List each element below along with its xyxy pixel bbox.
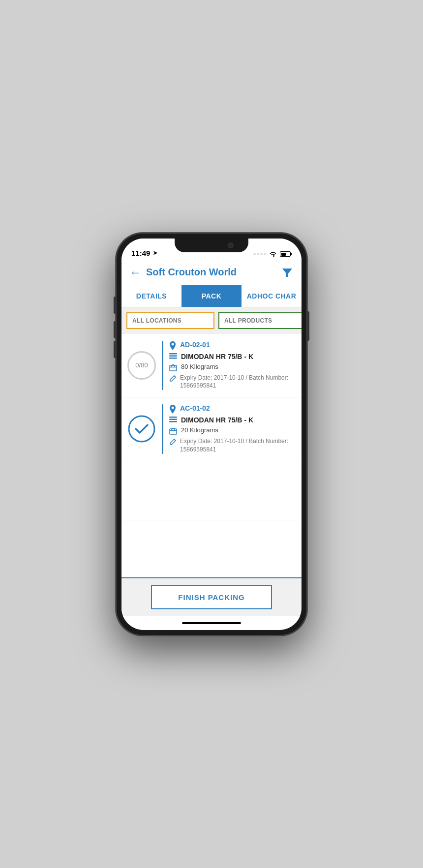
battery-icon	[280, 251, 292, 257]
product-icon	[169, 353, 177, 360]
product-row: DIMODAN HR 75/B - K	[169, 353, 296, 360]
svg-rect-3	[169, 355, 177, 357]
notch	[175, 239, 248, 252]
finish-packing-button[interactable]: FINISH PACKING	[151, 585, 272, 609]
item-details: AC-01-02 DIMODAN HR 75/B - K	[169, 404, 296, 454]
tab-details[interactable]: DETAILS	[121, 285, 181, 307]
item-product-name: DIMODAN HR 75/B - K	[181, 353, 253, 360]
item-divider	[162, 341, 163, 390]
filter-row	[121, 307, 302, 334]
home-indicator	[121, 616, 302, 630]
pack-item[interactable]: AC-01-02 DIMODAN HR 75/B - K	[121, 397, 302, 461]
note-row: Expiry Date: 2017-10-10 / Batch Number: …	[169, 374, 296, 390]
svg-rect-8	[169, 417, 177, 418]
locations-filter[interactable]	[126, 312, 214, 329]
status-icons	[253, 251, 292, 257]
svg-rect-9	[169, 419, 177, 420]
svg-marker-0	[282, 269, 292, 277]
item-check-circle	[128, 415, 155, 443]
location-row: AD-02-01	[169, 341, 296, 350]
pack-item[interactable]: 0/80 AD-02-01	[121, 334, 302, 398]
status-time: 11:49 ➤	[131, 249, 157, 257]
svg-rect-2	[169, 353, 177, 355]
svg-point-1	[172, 343, 174, 345]
home-bar	[182, 622, 241, 624]
app-footer: FINISH PACKING	[121, 577, 302, 616]
empty-row	[121, 461, 302, 520]
item-location: AD-02-01	[180, 341, 210, 349]
location-arrow-icon: ➤	[153, 250, 157, 256]
svg-rect-11	[170, 429, 177, 434]
item-quantity: 80 Kilograms	[181, 363, 218, 370]
products-filter[interactable]	[218, 312, 302, 329]
item-note-text: Expiry Date: 2017-10-10 / Batch Number: …	[180, 374, 296, 390]
quantity-icon	[169, 363, 177, 371]
product-row: DIMODAN HR 75/B - K	[169, 416, 296, 424]
svg-rect-4	[169, 358, 177, 359]
svg-rect-5	[170, 365, 177, 371]
tab-pack[interactable]: PACK	[181, 285, 242, 307]
quantity-icon	[169, 427, 177, 435]
filter-icon[interactable]	[281, 266, 294, 279]
note-icon	[169, 375, 176, 382]
phone-frame: 11:49 ➤	[116, 233, 307, 636]
svg-rect-10	[169, 421, 177, 422]
wifi-icon	[269, 251, 277, 257]
quantity-row: 20 Kilograms	[169, 426, 296, 435]
header-left: ← Soft Crouton World	[129, 267, 237, 278]
item-location: AC-01-02	[180, 404, 210, 412]
item-note-text: Expiry Date: 2017-10-10 / Batch Number: …	[180, 437, 296, 454]
empty-row	[121, 520, 302, 577]
location-pin-icon	[169, 405, 176, 414]
tab-bar: DETAILS PACK ADHOC CHAR	[121, 285, 302, 307]
note-row: Expiry Date: 2017-10-10 / Batch Number: …	[169, 437, 296, 454]
svg-point-7	[172, 407, 174, 409]
item-product-name: DIMODAN HR 75/B - K	[181, 416, 253, 424]
location-pin-icon	[169, 341, 176, 350]
app-header: ← Soft Crouton World	[121, 260, 302, 285]
front-camera	[228, 242, 234, 248]
item-details: AD-02-01 DIMODAN HR 75/B - K	[169, 341, 296, 390]
note-icon	[169, 438, 176, 445]
item-divider	[162, 404, 163, 454]
phone-screen: 11:49 ➤	[121, 239, 302, 630]
back-button[interactable]: ←	[129, 267, 141, 278]
tab-adhoc[interactable]: ADHOC CHAR	[242, 285, 302, 307]
location-row: AC-01-02	[169, 404, 296, 414]
item-progress-circle: 0/80	[127, 351, 156, 380]
svg-point-6	[129, 416, 154, 442]
app-content: ← Soft Crouton World DETAILS PACK ADHOC …	[121, 260, 302, 630]
pack-list: 0/80 AD-02-01	[121, 334, 302, 577]
quantity-row: 80 Kilograms	[169, 363, 296, 371]
signal-icon	[253, 253, 266, 255]
item-quantity: 20 Kilograms	[181, 426, 218, 434]
page-title: Soft Crouton World	[146, 267, 237, 278]
product-icon	[169, 417, 177, 423]
